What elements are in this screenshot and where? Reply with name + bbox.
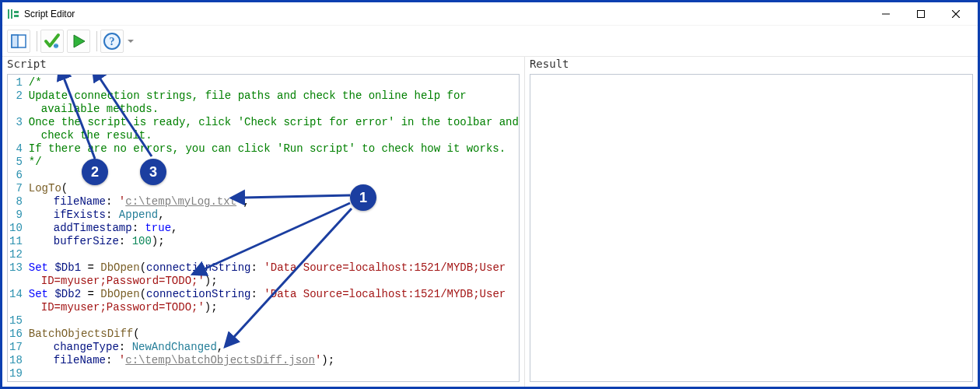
toolbar: ? xyxy=(2,26,978,57)
svg-line-7 xyxy=(952,10,960,18)
code-line[interactable]: changeType: NewAndChanged, xyxy=(27,341,519,354)
code-line[interactable] xyxy=(27,169,519,182)
result-panel: Result xyxy=(525,57,978,387)
window-title: Script Editor xyxy=(24,9,75,19)
close-button[interactable] xyxy=(938,2,973,25)
main-panel: Script 12345678910111213141516171819 /*U… xyxy=(2,57,978,387)
code-line[interactable]: Set $Db1 = DbOpen(connectionString: 'Dat… xyxy=(27,261,519,275)
code-line[interactable]: */ xyxy=(27,156,519,169)
svg-rect-3 xyxy=(14,15,19,17)
script-panel: Script 12345678910111213141516171819 /*U… xyxy=(2,57,525,387)
code-line[interactable]: available methods. xyxy=(27,103,519,116)
check-script-button[interactable] xyxy=(40,30,64,53)
code-line[interactable]: LogTo( xyxy=(27,182,519,195)
code-line[interactable]: Once the script is ready, click 'Check s… xyxy=(27,116,519,129)
title-bar: Script Editor xyxy=(2,2,978,26)
code-line[interactable]: ID=myuser;Password=TODO;'); xyxy=(27,301,519,314)
code-area[interactable]: /*Update connection strings, file paths … xyxy=(26,75,519,381)
line-gutter: 12345678910111213141516171819 xyxy=(8,75,26,381)
code-line[interactable]: fileName: 'c:\temp\batchObjectsDiff.json… xyxy=(27,354,519,367)
result-box[interactable] xyxy=(530,74,973,382)
code-line[interactable]: ID=myuser;Password=TODO;'); xyxy=(27,275,519,288)
svg-rect-0 xyxy=(8,9,9,19)
code-line[interactable] xyxy=(27,248,519,261)
result-label: Result xyxy=(525,57,978,71)
svg-rect-2 xyxy=(14,11,19,13)
svg-line-6 xyxy=(952,10,960,18)
script-editor[interactable]: 12345678910111213141516171819 /*Update c… xyxy=(7,74,520,382)
svg-rect-1 xyxy=(11,9,12,19)
run-script-button[interactable] xyxy=(67,30,90,53)
svg-rect-5 xyxy=(917,10,924,17)
code-line[interactable]: ifExists: Append, xyxy=(27,209,519,222)
code-line[interactable] xyxy=(27,367,519,380)
code-line[interactable]: /* xyxy=(27,76,519,89)
code-line[interactable]: addTimestamp: true, xyxy=(27,222,519,235)
code-line[interactable]: check the result. xyxy=(27,129,519,142)
svg-rect-9 xyxy=(12,35,18,47)
script-label: Script xyxy=(2,57,524,71)
code-line[interactable]: fileName: 'c:\temp\myLog.txt', xyxy=(27,195,519,209)
code-line[interactable]: Set $Db2 = DbOpen(connectionString: 'Dat… xyxy=(27,288,519,301)
code-line[interactable]: bufferSize: 100); xyxy=(27,235,519,248)
minimize-button[interactable] xyxy=(868,2,903,25)
toolbar-overflow[interactable] xyxy=(127,30,135,53)
code-line[interactable]: Update connection strings, file paths an… xyxy=(27,89,519,103)
maximize-button[interactable] xyxy=(903,2,938,25)
toggle-panel-button[interactable] xyxy=(7,30,30,53)
code-line[interactable]: If there are no errors, you can click 'R… xyxy=(27,142,519,156)
code-line[interactable]: BatchObjectsDiff( xyxy=(27,328,519,341)
code-line[interactable] xyxy=(27,314,519,328)
help-button[interactable]: ? xyxy=(100,30,124,53)
svg-text:?: ? xyxy=(110,36,115,47)
app-icon xyxy=(7,8,19,20)
